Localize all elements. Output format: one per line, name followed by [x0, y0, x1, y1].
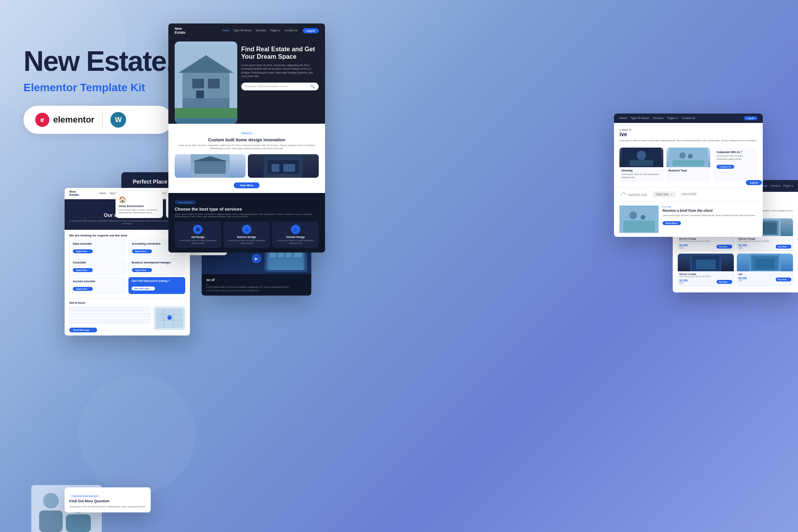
prop-sqft-3: SqFt.: [679, 282, 688, 284]
svg-rect-61: [66, 514, 91, 532]
svg-rect-33: [630, 160, 653, 166]
buy-btn-4[interactable]: Buy Now →: [776, 278, 791, 281]
prop-img-3: [678, 254, 734, 271]
brand-tagline: Elementor Template Kit: [23, 81, 173, 94]
nav-link-pages[interactable]: Pages ∨: [270, 29, 281, 32]
svg-rect-7: [175, 108, 237, 118]
nav-link-services[interactable]: Services: [256, 29, 266, 32]
apply-btn-5[interactable]: Apply Now →: [73, 287, 93, 291]
search-icon[interactable]: 🔍: [311, 85, 315, 88]
steps-nav-type[interactable]: Type Of House: [631, 117, 649, 120]
prop-nav-services[interactable]: Services: [771, 184, 780, 188]
research-card-img: [666, 148, 710, 167]
storming-team-card: Storming Lorem ipsum dolor sit amet cons…: [619, 148, 663, 182]
float-login-btn[interactable]: Log In: [746, 180, 762, 185]
elementor-icon: e: [35, 113, 49, 127]
service-icon-2: ⌂: [242, 225, 251, 234]
prop-nav-pages[interactable]: Pages ∨: [784, 184, 793, 188]
steps-nav-services[interactable]: Services: [653, 117, 663, 120]
elementor-label: elementor: [53, 115, 94, 125]
collaborate-desc: Lorem ipsum dolor sit amet, consectetur …: [717, 155, 754, 160]
prop-card-body-2: Detroin Cotage 4917 Doula Street Detroit…: [737, 236, 793, 251]
video-play-area: ▶: [252, 254, 261, 263]
jobs-nav-home[interactable]: Home: [99, 192, 106, 195]
nav-link-contact[interactable]: Contact Us: [284, 29, 298, 32]
steps-nav-contact[interactable]: Contact Us: [682, 117, 695, 120]
svg-rect-53: [696, 260, 716, 269]
brief-image: [619, 206, 659, 233]
service-icon-1: ⊞: [193, 225, 202, 234]
research-card-body: Research Team: [666, 167, 710, 175]
jobs-section-title: We are looking for experts not the best: [69, 234, 185, 237]
faq-badge: Frequently asked questions: [69, 494, 100, 498]
contact-section-mini: Get In touch Send Message →: [65, 298, 190, 335]
job-title-4: Business development manager: [132, 261, 182, 264]
house-photo: [175, 41, 237, 124]
service-card-2: ⌂ Exterior Design Lorem ipsum dolor sit …: [224, 222, 270, 248]
prop-sqft-2: SqFt.: [738, 247, 747, 249]
brand-title: New Estate.: [23, 47, 173, 75]
view-more-btn[interactable]: View More: [234, 182, 260, 188]
prop-card-3: Detroin Cotage 4917 Doula Street Detroit…: [677, 253, 734, 286]
job-title-3: Consultant: [73, 261, 123, 264]
svg-rect-3: [192, 79, 204, 88]
hero-text-block: Find Real Estate and Get Your Dream Spac…: [241, 41, 319, 124]
prop-card-body-4: age $2,299 SqFt. Buy Now →: [737, 271, 793, 283]
partners-section: SIDEPLAIN Click Site → HIPSTER: [614, 187, 763, 201]
collaborate-card-inner: Colaborate With Us ? Lorem ipsum dolor s…: [713, 148, 757, 182]
service-name-1: cial Design: [177, 236, 219, 238]
steps-nav-links: Home Type Of House Services Pages ∨ Cont…: [619, 117, 695, 120]
steps-desc: lorem ipsum dolor sit amet, consectetur …: [619, 139, 757, 142]
hero-house-image: [175, 41, 237, 124]
contact-us-btn[interactable]: Contact Us: [717, 165, 734, 169]
read-more-btn[interactable]: Read More: [663, 221, 681, 225]
job-card-3: Consultant Apply Now →: [69, 258, 126, 275]
steps-nav-login[interactable]: Log In: [744, 116, 757, 120]
apply-btn-1[interactable]: Apply Now →: [73, 249, 93, 253]
prop-sqft-1: SqFt.: [679, 247, 688, 249]
form-field-3[interactable]: [69, 319, 151, 324]
svg-point-32: [637, 151, 646, 160]
prop-price-3: $2,299: [679, 279, 688, 282]
brief-small-label: First step: [663, 206, 757, 208]
partner-logo-hipster: HIPSTER: [681, 192, 697, 196]
hero-nav-login-btn[interactable]: Log In: [303, 28, 319, 33]
send-btn-label: Send Message: [73, 329, 90, 331]
steps-small-label: e steps of: [619, 128, 757, 131]
bg-decoration-2: [78, 375, 196, 493]
nav-link-home[interactable]: Home: [222, 29, 229, 32]
brand-section: New Estate. Elementor Template Kit e ele…: [23, 47, 173, 134]
svg-rect-4: [208, 79, 220, 88]
see-other-btn[interactable]: See other jobs →: [132, 287, 155, 290]
hero-search-bar[interactable]: Example: California western house 🔍: [241, 83, 319, 90]
play-button[interactable]: ▶: [252, 254, 261, 263]
svg-point-58: [43, 493, 59, 509]
svg-rect-14: [283, 164, 295, 172]
send-btn[interactable]: Send Message →: [69, 328, 97, 332]
buy-btn-3[interactable]: Buy Now →: [717, 280, 732, 284]
brief-content: First step Receive a brief from the clie…: [663, 206, 757, 233]
prop-addr-1: 4917 Doula Street Detroit, MI 48201: [679, 240, 732, 242]
nav-link-type[interactable]: Type Of House: [233, 29, 252, 32]
form-field-1[interactable]: [69, 307, 151, 311]
hero-main-title: Find Real Estate and Get Your Dream Spac…: [241, 45, 319, 60]
apply-btn-2[interactable]: Apply Now →: [132, 249, 152, 253]
steps-nav-home[interactable]: Home: [619, 117, 627, 120]
research-team-card: Research Team: [666, 148, 710, 182]
prop-card-body-1: Detroin Cotage 4917 Doula Street Detroit…: [678, 236, 734, 251]
apply-btn-4[interactable]: Apply Now →: [132, 268, 152, 272]
steps-nav-pages[interactable]: Pages ∨: [667, 117, 678, 120]
form-field-2[interactable]: [69, 313, 151, 317]
svg-rect-29: [286, 252, 292, 257]
buy-btn-1[interactable]: Buy Now →: [717, 245, 732, 249]
clean-icon: 🏠: [119, 196, 160, 203]
services-grid: ⊞ cial Design Lorem ipsum dolor sit amet…: [175, 222, 319, 248]
buy-btn-2[interactable]: Buy Now →: [776, 245, 791, 249]
steps-title: ive: [619, 131, 757, 137]
prop-card-body-3: Detroin Cotage 4917 Doula Street Detroit…: [678, 271, 734, 286]
svg-rect-56: [755, 258, 775, 269]
apply-btn-3[interactable]: Apply Now →: [73, 268, 93, 272]
prop-addr-2: 4917 Doula Street Detroit, MI 48201: [738, 240, 791, 242]
partners-row: SIDEPLAIN Click Site → HIPSTER: [619, 191, 757, 197]
services-badge: Type of House: [175, 200, 196, 204]
